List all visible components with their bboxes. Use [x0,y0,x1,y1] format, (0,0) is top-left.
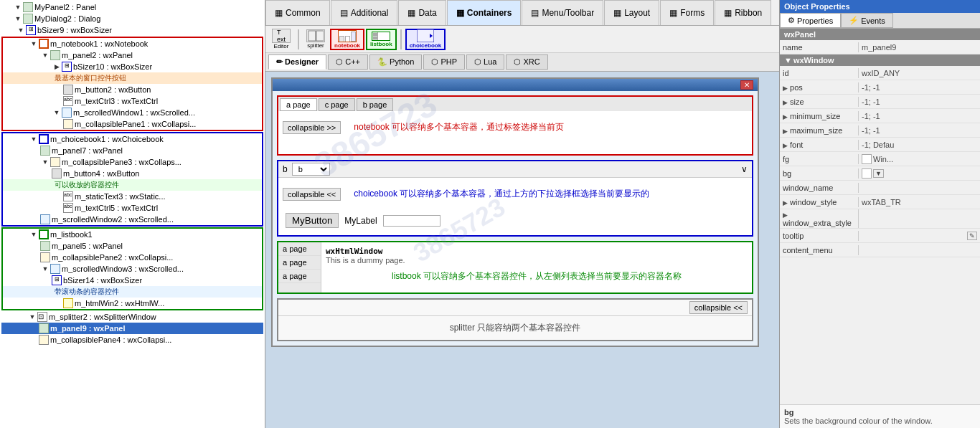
props-key-pos: ▶ pos [780,82,859,92]
tree-item-mscrolledwindow1[interactable]: ▼ m_scrolledWindow1 : wxScrolled... [3,107,262,118]
tree-item-mydialog[interactable]: ▼ MyDialog2 : Dialog [1,13,263,24]
tree-label-msplitter2: m_splitter2 : wxSplitterWindow [49,313,156,321]
tab-ribbon[interactable]: ▦ Ribbon [715,0,771,25]
notebook-collapsible-btn[interactable]: collapsible >> [283,121,341,134]
expand-size-icon: ▶ [783,99,788,106]
tab-containers[interactable]: ▦ Containers [447,0,522,25]
notebook-collapsible-label: collapsible >> [288,123,336,132]
tree-item-bsizer14[interactable]: ⊞ bSizer14 : wxBoxSizer [3,275,262,286]
expand-bsizer10[interactable]: ▶ [52,62,62,72]
tree-item-mscrolledwindow2[interactable]: m_scrolledWindow2 : wxScrolled... [3,214,262,225]
props-key-name: name [780,42,859,52]
subtab-cpp[interactable]: ⬡ C++ [328,54,368,70]
tree-item-mcollapsiblepane1[interactable]: m_collapsiblePane1 : wxCollapsi... [3,118,262,130]
expand-mpanel2[interactable]: ▼ [40,50,50,60]
expand-mydialog[interactable]: ▼ [13,14,23,24]
tooltip-btn[interactable]: ✎ [967,232,977,240]
subtab-python[interactable]: 🐍 Python [369,54,422,70]
tool-splitter[interactable]: splitter [303,29,329,50]
tree-label-mpanel5: m_panel5 : wxPanel [52,242,123,250]
tool-notebook[interactable]: notebook [330,29,364,50]
subtab-php[interactable]: ⬡ PHP [423,54,465,70]
notebook-body: collapsible >> notebook 可以容纳多个基本容器，通过标签选… [278,111,752,154]
tab-menu-toolbar[interactable]: ▤ Menu/Toolbar [522,0,603,25]
expand-msplitter2[interactable]: ▼ [27,312,37,322]
tree-item-mpanel5[interactable]: m_panel5 : wxPanel [3,240,262,252]
listbook-title: wxHtmlWindow [326,247,748,256]
collapsible-icon-3 [50,157,60,167]
scrolled-icon [62,108,72,118]
lb-item-3[interactable]: a page [278,270,321,283]
tree-item-mcollapsiblepane4[interactable]: m_collapsiblePane4 : wxCollapsi... [1,334,263,346]
notebook-tool-icon [338,30,357,42]
lb-item-1[interactable]: a page [278,242,321,256]
panel-icon-5 [40,241,50,251]
tool-listbook[interactable]: listbook [366,29,397,50]
splitter-tool-label: splitter [307,42,324,49]
tree-item-mpanel9[interactable]: m_panel9 : wxPanel [1,323,263,334]
tree-item-mcollapsiblepane3[interactable]: ▼ m_collapsiblePane3 : wxCollaps... [3,156,262,168]
nb-tab-bpage[interactable]: b page [357,98,394,111]
svg-rect-0 [308,31,316,41]
props-val-maxsize: -1; -1 [859,125,980,135]
tree-item-mcollapsiblepane2[interactable]: m_collapsiblePane2 : wxCollapsi... [3,252,262,263]
props-key-tooltip: tooltip [780,231,859,241]
expand-bsizer9[interactable]: ▼ [16,25,26,35]
tree-label-mydialog: MyDialog2 : Dialog [34,14,100,23]
expand-mcollapsiblepane3[interactable]: ▼ [40,157,50,167]
lb-item-2[interactable]: a page [278,256,321,270]
props-tab-label: Properties [797,16,833,25]
expand-mscrolled1[interactable]: ▼ [52,108,62,118]
expand-mypanel[interactable]: ▼ [13,2,23,12]
tree-item-msplitter2[interactable]: ▼ ⊡ m_splitter2 : wxSplitterWindow [1,311,263,323]
dialog-titlebar: ✕ [273,79,758,91]
subtab-lua[interactable]: ⬡ Lua [466,54,504,70]
props-tab-events[interactable]: ⚡ Events [841,13,893,28]
tree-item-mpanel2[interactable]: ▼ m_panel2 : wxPanel [3,49,262,61]
expand-mscrolled3[interactable]: ▼ [40,264,50,274]
props-section-wxpanel[interactable]: wxPanel [780,29,980,40]
tree-item-mlistbook1[interactable]: ▼ m_listbook1 [3,229,262,240]
layout-icon: ▦ [613,8,621,18]
choicebook-input[interactable] [383,215,440,227]
tree-item-mbutton4[interactable]: m_button4 : wxButton [3,168,262,179]
tree-item-mstatictext3[interactable]: abc m_staticText3 : wxStatic... [3,191,262,202]
nb-tab-apage[interactable]: a page [280,98,317,111]
tab-common[interactable]: ▦ Common [265,0,330,25]
props-tab-properties[interactable]: ⚙ Properties [780,13,841,28]
nb-tab-cpage[interactable]: c page [319,98,355,111]
props-val-name: m_panel9 [859,42,980,52]
tree-item-mbutton2[interactable]: m_button2 : wxButton [3,84,262,95]
tree-item-mtextctrl3[interactable]: abc m_textCtrl3 : wxTextCtrl [3,95,262,107]
tab-forms[interactable]: ▦ Forms [660,0,714,25]
tree-item-mhtmlwin2[interactable]: m_htmlWin2 : wxHtmlW... [3,298,262,309]
tab-additional[interactable]: ▤ Additional [331,0,398,25]
expand-mlistbook1[interactable]: ▼ [29,229,39,239]
splitter-collapsible-btn[interactable]: collapsible << [689,301,748,314]
tree-item-bsizer10[interactable]: ▶ ⊞ bSizer10 : wxBoxSizer [3,61,262,72]
tree-item-mtextctrl5[interactable]: abc m_textCtrl5 : wxTextCtrl [3,202,262,214]
subtab-xrc[interactable]: ⬡ XRC [506,54,547,70]
props-section-wxwindow[interactable]: ▼ wxWindow [780,54,980,66]
choicebook-select[interactable]: b a c [292,163,330,176]
tree-item-mnotebook1[interactable]: ▼ m_notebook1 : wxNotebook [3,38,262,49]
tree-item-mchoicebook1[interactable]: ▼ m_choicebook1 : wxChoicebook [3,133,262,145]
tool-choicebook[interactable]: choicebook [405,29,446,50]
subtab-designer[interactable]: ✏ Designer [268,54,326,70]
tab-layout[interactable]: ▦ Layout [604,0,659,25]
mybutton[interactable]: MyButton [286,213,339,228]
tree-item-mypanel[interactable]: ▼ MyPanel2 : Panel [1,1,263,13]
collapsible-icon [63,119,73,129]
tree-item-bsizer9[interactable]: ▼ ⊞ bSizer9 : wxBoxSizer [1,24,263,36]
common-icon: ▦ [275,8,283,18]
bg-dropdown-icon[interactable]: ▼ [873,169,884,178]
choicebook-collapsible-btn[interactable]: collapsible << [283,188,341,201]
expand-mnotebook1[interactable]: ▼ [29,39,39,49]
dialog-close-button[interactable]: ✕ [740,80,753,90]
expand-mchoicebook1[interactable]: ▼ [29,134,39,144]
tree-item-mscrolledwindow3[interactable]: ▼ m_scrolledWindow3 : wxScrolled... [3,263,262,275]
props-val-windowname [859,187,980,189]
tab-data[interactable]: ▦ Data [398,0,446,25]
tool-editor[interactable]: Text Editor [268,29,294,50]
tree-item-mpanel7[interactable]: m_panel7 : wxPanel [3,145,262,156]
